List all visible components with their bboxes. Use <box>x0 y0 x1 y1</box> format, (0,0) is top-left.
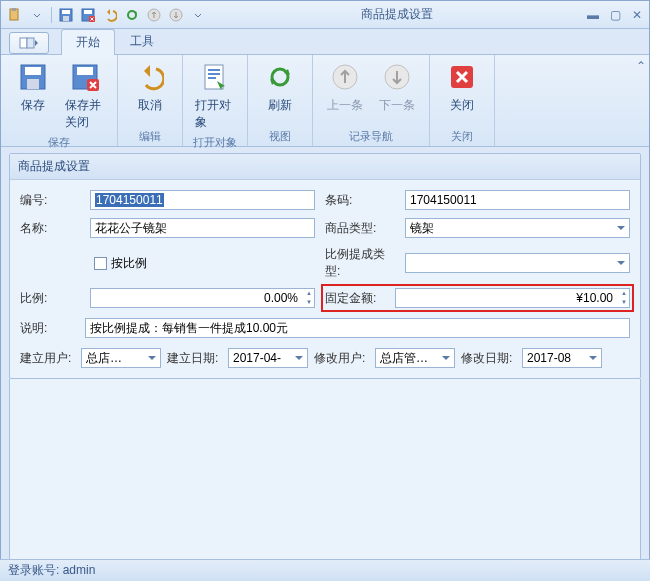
open-object-icon <box>199 61 231 93</box>
modify-user-label: 修改用户: <box>314 350 369 367</box>
ribbon: 保存 保存并关闭 保存 取消 编辑 打开对象 打开对象 <box>1 55 649 147</box>
save-button[interactable]: 保存 <box>7 59 59 116</box>
prev-label: 上一条 <box>327 97 363 114</box>
status-bar: 登录账号: admin <box>0 559 650 581</box>
save-close-label: 保存并关闭 <box>65 97 105 131</box>
svg-rect-20 <box>208 73 220 75</box>
modify-date-select[interactable]: 2017-08 <box>522 348 602 368</box>
svg-rect-13 <box>25 67 41 75</box>
cancel-label: 取消 <box>138 97 162 114</box>
svg-rect-1 <box>12 8 16 11</box>
ratio-type-select[interactable] <box>405 253 630 273</box>
cancel-button[interactable]: 取消 <box>124 59 176 116</box>
form-panel: 商品提成设置 编号: 1704150011 条码: 1704150011 名称:… <box>9 153 641 379</box>
open-object-label: 打开对象 <box>195 97 235 131</box>
maximize-button[interactable]: ▢ <box>607 7 623 23</box>
save-close-button[interactable]: 保存并关闭 <box>59 59 111 133</box>
desc-field[interactable]: 按比例提成：每销售一件提成10.00元 <box>85 318 630 338</box>
fixed-amount-highlight: 固定金额: ¥10.00 <box>321 284 634 312</box>
create-date-label: 建立日期: <box>167 350 222 367</box>
save-icon <box>17 61 49 93</box>
svg-rect-19 <box>208 69 220 71</box>
ratio-type-label: 比例提成类型: <box>325 246 395 280</box>
empty-body-area <box>9 379 641 581</box>
qat-dropdown-icon[interactable] <box>27 5 47 25</box>
minimize-button[interactable]: ▬ <box>585 7 601 23</box>
create-user-select[interactable]: 总店… <box>81 348 161 368</box>
ribbon-group-save: 保存 保存并关闭 保存 <box>1 55 118 146</box>
name-label: 名称: <box>20 220 80 237</box>
fixed-label: 固定金额: <box>325 290 385 307</box>
type-label: 商品类型: <box>325 220 395 237</box>
next-label: 下一条 <box>379 97 415 114</box>
refresh-label: 刷新 <box>268 97 292 114</box>
svg-rect-3 <box>62 10 70 14</box>
create-user-label: 建立用户: <box>20 350 75 367</box>
qat-save-icon[interactable] <box>56 5 76 25</box>
save-label: 保存 <box>21 97 45 114</box>
svg-rect-16 <box>77 67 93 75</box>
ribbon-group-view: 刷新 视图 <box>248 55 313 146</box>
create-date-select[interactable]: 2017-04- <box>228 348 308 368</box>
close-button[interactable]: 关闭 <box>436 59 488 116</box>
svg-rect-11 <box>27 38 34 48</box>
refresh-button[interactable]: 刷新 <box>254 59 306 116</box>
qat-next-icon[interactable] <box>166 5 186 25</box>
by-ratio-label: 按比例 <box>111 255 147 272</box>
next-record-button[interactable]: 下一条 <box>371 59 423 116</box>
tab-tools[interactable]: 工具 <box>115 28 169 54</box>
name-field[interactable]: 花花公子镜架 <box>90 218 315 238</box>
ribbon-tab-strip: 开始 工具 <box>1 29 649 55</box>
app-menu-button[interactable] <box>9 32 49 54</box>
undo-icon <box>134 61 166 93</box>
code-field[interactable]: 1704150011 <box>90 190 315 210</box>
by-ratio-checkbox[interactable]: 按比例 <box>90 255 315 272</box>
group-save-label: 保存 <box>7 133 111 150</box>
qat-undo-icon[interactable] <box>100 5 120 25</box>
window-buttons: ▬ ▢ ✕ <box>585 7 645 23</box>
qat-paste-icon[interactable] <box>5 5 25 25</box>
modify-date-label: 修改日期: <box>461 350 516 367</box>
close-window-button[interactable]: ✕ <box>629 7 645 23</box>
login-status: 登录账号: admin <box>8 562 95 579</box>
tab-start[interactable]: 开始 <box>61 29 115 55</box>
close-label: 关闭 <box>450 97 474 114</box>
group-view-label: 视图 <box>254 127 306 144</box>
close-icon <box>446 61 478 93</box>
save-close-icon <box>69 61 101 93</box>
group-close-label: 关闭 <box>436 127 488 144</box>
ribbon-group-close: 关闭 关闭 <box>430 55 495 146</box>
refresh-icon <box>264 61 296 93</box>
content-area: 商品提成设置 编号: 1704150011 条码: 1704150011 名称:… <box>1 147 649 581</box>
ratio-label: 比例: <box>20 290 80 307</box>
svg-rect-14 <box>27 79 39 89</box>
panel-title: 商品提成设置 <box>10 154 640 180</box>
checkbox-icon <box>94 257 107 270</box>
group-open-label: 打开对象 <box>189 133 241 150</box>
group-nav-label: 记录导航 <box>319 127 423 144</box>
titlebar: 商品提成设置 ▬ ▢ ✕ <box>1 1 649 29</box>
type-select[interactable]: 镜架 <box>405 218 630 238</box>
modify-user-select[interactable]: 总店管… <box>375 348 455 368</box>
barcode-label: 条码: <box>325 192 395 209</box>
barcode-field[interactable]: 1704150011 <box>405 190 630 210</box>
svg-rect-10 <box>20 38 27 48</box>
code-label: 编号: <box>20 192 80 209</box>
qat-prev-icon[interactable] <box>144 5 164 25</box>
ratio-field[interactable]: 0.00% <box>90 288 315 308</box>
ribbon-collapse-button[interactable]: ⌃ <box>633 55 649 146</box>
quick-access-toolbar <box>5 5 208 25</box>
ribbon-group-open: 打开对象 打开对象 <box>183 55 248 146</box>
qat-dropdown2-icon[interactable] <box>188 5 208 25</box>
desc-label: 说明: <box>20 320 75 337</box>
window-title: 商品提成设置 <box>208 6 585 23</box>
fixed-field[interactable]: ¥10.00 <box>395 288 630 308</box>
svg-rect-6 <box>84 10 92 14</box>
arrow-up-icon <box>329 61 361 93</box>
arrow-down-icon <box>381 61 413 93</box>
open-object-button[interactable]: 打开对象 <box>189 59 241 133</box>
svg-rect-4 <box>63 16 69 21</box>
qat-refresh-icon[interactable] <box>122 5 142 25</box>
prev-record-button[interactable]: 上一条 <box>319 59 371 116</box>
qat-save-close-icon[interactable] <box>78 5 98 25</box>
